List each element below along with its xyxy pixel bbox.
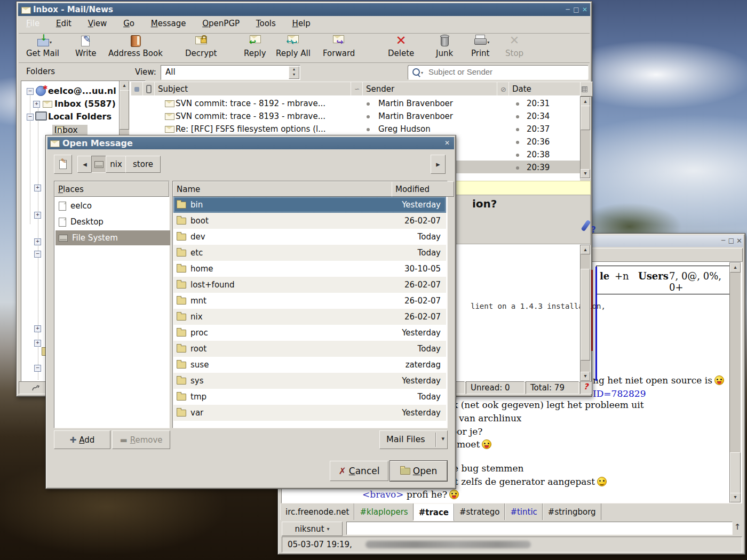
delete-button[interactable]: ✕ Delete	[388, 34, 414, 58]
message-body-scrollbar-thumb[interactable]	[581, 269, 590, 361]
file-row[interactable]: varYesterday	[173, 405, 446, 421]
folder-inbox-account[interactable]: Inbox (5587)	[54, 99, 116, 109]
maximize-icon[interactable]: □	[573, 6, 580, 13]
message-row[interactable]: SVN commit: trace - 8193 - mbrave... Mar…	[131, 109, 580, 122]
folders-scrollbar-thumb[interactable]	[120, 90, 129, 130]
file-row[interactable]: mnt26-02-07	[173, 293, 446, 309]
menu-file[interactable]: File	[26, 19, 39, 28]
path-forward-button[interactable]: ▸	[431, 155, 446, 174]
add-button[interactable]: ✚Add	[54, 430, 110, 449]
place-filesystem-selected[interactable]: File System	[55, 230, 170, 245]
modified-column-header[interactable]: Modified	[392, 181, 454, 197]
file-row[interactable]: boot26-02-07	[173, 213, 446, 229]
scroll-up-icon[interactable]: ▴	[730, 263, 741, 273]
menu-openpgp[interactable]: OpenPGP	[202, 19, 240, 28]
scroll-up-icon[interactable]: ▴	[581, 245, 590, 254]
file-row-selected[interactable]: binYesterday	[173, 197, 446, 213]
search-box[interactable]: ▾	[408, 65, 589, 80]
menu-go[interactable]: Go	[123, 19, 134, 28]
write-button[interactable]: ✎ Write	[75, 34, 97, 58]
search-input[interactable]	[427, 67, 584, 77]
close-icon[interactable]: ✕	[581, 6, 589, 13]
path-back-button[interactable]: ◂	[77, 156, 92, 173]
collapse-icon[interactable]: −	[27, 114, 34, 121]
irc-message-input[interactable]	[346, 522, 733, 535]
irc-nick-selector[interactable]: niksnut ▾	[282, 522, 343, 536]
view-combobox[interactable]: All ▴▾	[161, 65, 300, 80]
file-row[interactable]: lost+found26-02-07	[173, 277, 446, 293]
irc-chat-scrollbar[interactable]: ▴ ▾	[729, 262, 741, 503]
message-list-scrollbar-thumb[interactable]	[581, 106, 590, 130]
path-root-button[interactable]	[91, 156, 107, 173]
dialog-titlebar[interactable]: Open Message ✕	[47, 137, 454, 149]
file-row[interactable]: sysYesterday	[173, 373, 446, 389]
print-button[interactable]: ▾ Print	[471, 34, 490, 58]
name-column-header[interactable]: Name ▾	[173, 181, 399, 197]
message-list-scrollbar[interactable]: ▴ ▾	[580, 97, 591, 179]
folder-inbox-local[interactable]: Inbox	[54, 125, 78, 135]
message-body-scrollbar[interactable]: ▴ ▾	[580, 245, 591, 381]
minimize-icon[interactable]: ─	[564, 6, 571, 13]
expand-icon[interactable]: +	[34, 212, 41, 219]
menu-edit[interactable]: Edit	[56, 19, 71, 28]
path-nix-button[interactable]: nix	[106, 156, 126, 173]
expand-icon[interactable]: +	[34, 340, 41, 347]
collapse-icon[interactable]: −	[27, 88, 34, 95]
tab-klaplopers[interactable]: #klaplopers	[354, 503, 413, 520]
file-row[interactable]: etcToday	[173, 245, 446, 261]
open-button[interactable]: Open	[390, 461, 447, 481]
column-date[interactable]: Date	[508, 82, 587, 97]
file-row[interactable]: devToday	[173, 229, 446, 245]
file-row[interactable]: susezaterdag	[173, 357, 446, 373]
collapse-icon[interactable]: −	[34, 251, 41, 258]
path-store-button[interactable]: store	[125, 156, 161, 173]
forward-button[interactable]: ↪ Forward	[323, 34, 355, 58]
menu-message[interactable]: Message	[151, 19, 186, 28]
message-row[interactable]: SVN commit: trace - 8192 - mbrave... Mar…	[131, 97, 580, 109]
close-icon[interactable]: ✕	[443, 139, 451, 147]
scroll-down-icon[interactable]: ▾	[581, 372, 590, 381]
column-subject[interactable]: Subject	[154, 82, 358, 97]
expand-icon[interactable]: +	[34, 238, 41, 245]
file-row[interactable]: tmpToday	[173, 389, 446, 405]
irc-maximize-button[interactable]: □	[728, 237, 735, 244]
view-combobox-stepper[interactable]: ▴▾	[289, 66, 299, 79]
address-book-button[interactable]: Address Book	[108, 34, 163, 58]
mail-titlebar[interactable]: Inbox - Mail/News ─ □ ✕	[18, 3, 590, 16]
filter-combobox[interactable]: Mail Files ▾	[379, 430, 448, 449]
send-up-icon[interactable]: ↑	[733, 522, 742, 533]
reply-button[interactable]: ↩ Reply	[244, 34, 266, 58]
irc-chat-scrollbar-thumb[interactable]	[730, 452, 741, 494]
menu-help[interactable]: Help	[292, 19, 311, 28]
tab-stringborg[interactable]: #stringborg	[543, 503, 601, 520]
junk-button[interactable]: Junk	[436, 34, 453, 58]
tab-server[interactable]: irc.freenode.net	[280, 503, 354, 520]
collapse-icon[interactable]: −	[34, 365, 41, 372]
reply-all-button[interactable]: ↩ ↩ Reply All	[276, 34, 311, 58]
decrypt-button[interactable]: Decrypt	[185, 34, 217, 58]
places-header[interactable]: Places	[54, 181, 169, 197]
folder-local[interactable]: Local Folders	[48, 111, 112, 122]
file-row[interactable]: nix26-02-07	[173, 309, 446, 325]
column-picker[interactable]	[580, 82, 593, 97]
irc-minimize-button[interactable]: ─	[720, 237, 727, 244]
pgp-status-icon[interactable]: ?	[580, 381, 592, 394]
tab-trace-active[interactable]: #trace	[414, 503, 454, 521]
file-row[interactable]: rootToday	[173, 341, 446, 357]
irc-close-button[interactable]: ✕	[736, 237, 743, 244]
place-eelco[interactable]: eelco	[55, 198, 170, 213]
message-row[interactable]: Re: [RFC] FSFS filesystem options (l... …	[131, 122, 580, 135]
get-mail-button[interactable]: ↓ ▾ Get Mail	[26, 34, 59, 58]
expand-icon[interactable]: +	[33, 101, 40, 108]
column-sender[interactable]: Sender	[362, 82, 504, 97]
type-location-button[interactable]: ✎	[54, 155, 72, 174]
place-desktop[interactable]: Desktop	[55, 214, 170, 229]
scroll-down-icon[interactable]: ▾	[581, 169, 590, 178]
expand-icon[interactable]: +	[34, 325, 41, 332]
menu-view[interactable]: View	[88, 19, 107, 28]
tab-stratego[interactable]: #stratego	[454, 503, 505, 520]
scroll-down-icon[interactable]: ▾	[730, 493, 741, 502]
menu-tools[interactable]: Tools	[256, 19, 276, 28]
cancel-button[interactable]: ✗Cancel	[330, 461, 388, 481]
scroll-up-icon[interactable]: ▴	[120, 81, 129, 91]
